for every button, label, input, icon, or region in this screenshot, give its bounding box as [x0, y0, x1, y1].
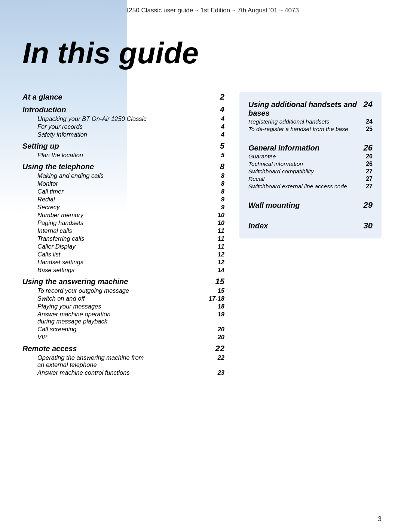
toc-sub-call-timer: Call timer 8 [22, 188, 224, 195]
toc-sub-call-screening-page: 20 [209, 326, 224, 333]
toc-sub-monitor: Monitor 8 [22, 180, 224, 187]
toc-right-switchboard-access-label: Switchboard external line access code [248, 183, 361, 190]
toc-sub-paging-handsets-label: Paging handsets [37, 219, 209, 227]
toc-sub-operating-answering-label: Operating the answering machine froman e… [37, 354, 209, 368]
toc-using-telephone-header: Using the telephone 8 [22, 162, 224, 171]
toc-sub-secrecy-label: Secrecy [37, 204, 209, 211]
toc-sub-record-outgoing-label: To record your outgoing message [37, 287, 209, 294]
toc-using-telephone-label: Using the telephone [22, 162, 209, 171]
toc-right-additional-handsets-header: Using additional handsets and bases 24 [248, 100, 373, 118]
toc-sub-secrecy-page: 9 [209, 204, 224, 211]
toc-sub-safety: Safety information 4 [22, 131, 224, 138]
toc-sub-calls-list: Calls list 12 [22, 251, 224, 258]
toc-sub-redial-page: 9 [209, 196, 224, 203]
toc-answering-machine-label: Using the answering machine [22, 277, 209, 286]
toc-right-switchboard-access-page: 27 [361, 183, 373, 190]
toc-right-recall-page: 27 [361, 176, 373, 182]
toc-sub-vip-page: 20 [209, 334, 224, 341]
toc-sub-playing-messages-label: Playing your messages [37, 303, 209, 310]
toc-sub-monitor-label: Monitor [37, 180, 209, 187]
toc-right-recall: Recall 27 [248, 176, 373, 182]
toc-sub-switch-on-off-page: 17-18 [209, 295, 224, 302]
toc-sub-answer-machine-op: Answer machine operationduring message p… [22, 311, 224, 325]
toc-sub-number-memory: Number memory 10 [22, 212, 224, 219]
toc-answering-machine-header: Using the answering machine 15 [22, 277, 224, 286]
toc-introduction-page: 4 [209, 105, 224, 115]
toc-sub-operating-answering: Operating the answering machine froman e… [22, 354, 224, 368]
toc-sub-call-timer-page: 8 [209, 188, 224, 195]
toc-sub-record-outgoing-page: 15 [209, 287, 224, 294]
toc-sub-caller-display: Caller Display 11 [22, 243, 224, 250]
page-title: In this guide [22, 18, 382, 88]
toc-sub-secrecy: Secrecy 9 [22, 204, 224, 211]
toc-right-wall-mounting-header: Wall mounting 29 [248, 195, 373, 210]
toc-right-switchboard-access: Switchboard external line access code 27 [248, 183, 373, 190]
toc-right-deregister-label: To de-register a handset from the base [248, 126, 361, 133]
toc-sub-caller-display-page: 11 [209, 243, 224, 250]
toc-at-a-glance: At a glance 2 [22, 92, 224, 102]
toc-container: At a glance 2 Introduction 4 Unpacking y… [22, 92, 382, 377]
toc-sub-caller-display-label: Caller Display [37, 243, 209, 250]
toc-sub-records: For your records 4 [22, 123, 224, 130]
toc-sub-unpacking: Unpacking your BT On-Air 1250 Classic 4 [22, 115, 224, 122]
toc-sub-unpacking-label: Unpacking your BT On-Air 1250 Classic [37, 115, 209, 122]
toc-sub-control-functions-label: Answer machine control functions [37, 369, 209, 376]
toc-sub-internal-calls-label: Internal calls [37, 227, 209, 234]
toc-sub-control-functions-page: 23 [209, 369, 224, 376]
toc-left: At a glance 2 Introduction 4 Unpacking y… [22, 92, 224, 377]
toc-remote-access-page: 22 [209, 344, 224, 353]
toc-sub-safety-label: Safety information [37, 131, 209, 138]
toc-at-a-glance-page: 2 [209, 92, 224, 102]
toc-setting-up-label: Setting up [22, 142, 209, 151]
toc-sub-base-settings: Base settings 14 [22, 267, 224, 274]
toc-sub-unpacking-page: 4 [209, 115, 224, 122]
toc-sub-making-calls: Making and ending calls 8 [22, 172, 224, 179]
toc-sub-handset-settings-page: 12 [209, 259, 224, 266]
toc-sub-paging-handsets-page: 10 [209, 219, 224, 227]
toc-right-deregister: To de-register a handset from the base 2… [248, 126, 373, 133]
toc-right-recall-label: Recall [248, 176, 361, 182]
toc-sub-redial: Redial 9 [22, 196, 224, 203]
toc-sub-call-screening: Call screening 20 [22, 326, 224, 333]
toc-at-a-glance-label: At a glance [22, 93, 209, 101]
toc-right-registering-label: Registering additional handsets [248, 118, 361, 125]
toc-sub-base-settings-page: 14 [209, 267, 224, 274]
toc-sub-number-memory-label: Number memory [37, 212, 209, 219]
toc-sub-redial-label: Redial [37, 196, 209, 203]
toc-sub-playing-messages: Playing your messages 18 [22, 303, 224, 310]
header-text: On-Air 1250 Classic user guide ~ 1st Edi… [105, 7, 299, 14]
toc-sub-records-label: For your records [37, 123, 209, 130]
toc-introduction-header: Introduction 4 [22, 105, 224, 115]
toc-right-index-label: Index [248, 222, 358, 230]
toc-answering-machine-page: 15 [209, 277, 224, 286]
toc-sub-answer-machine-op-page: 19 [209, 311, 224, 318]
toc-sub-record-outgoing: To record your outgoing message 15 [22, 287, 224, 294]
toc-right-registering: Registering additional handsets 24 [248, 118, 373, 125]
toc-right-guarantee-page: 26 [361, 153, 373, 160]
toc-sub-transferring-calls-label: Transferring calls [37, 235, 209, 242]
toc-right-general-info-header: General information 26 [248, 138, 373, 153]
toc-sub-transferring-calls: Transferring calls 11 [22, 235, 224, 242]
toc-sub-handset-settings: Handset settings 12 [22, 259, 224, 266]
toc-sub-vip-label: VIP [37, 334, 209, 341]
toc-remote-access-label: Remote access [22, 344, 209, 353]
toc-right-additional-handsets-page: 24 [358, 100, 373, 109]
toc-right-index-header: Index 30 [248, 216, 373, 231]
toc-sub-internal-calls: Internal calls 11 [22, 227, 224, 234]
page-number: 3 [378, 515, 382, 523]
toc-right-registering-page: 24 [361, 118, 373, 125]
toc-sub-safety-page: 4 [209, 131, 224, 138]
toc-sub-making-calls-page: 8 [209, 172, 224, 179]
toc-sub-records-page: 4 [209, 123, 224, 130]
toc-sub-handset-settings-label: Handset settings [37, 259, 209, 266]
toc-sub-internal-calls-page: 11 [209, 227, 224, 234]
toc-right-general-info-page: 26 [358, 143, 373, 153]
toc-using-telephone-page: 8 [209, 162, 224, 171]
toc-sub-playing-messages-page: 18 [209, 303, 224, 310]
toc-right-technical-info-label: Technical information [248, 161, 361, 167]
toc-right-additional-handsets-label: Using additional handsets and bases [248, 100, 358, 118]
toc-sub-plan-location: Plan the location 5 [22, 152, 224, 159]
toc-sub-calls-list-label: Calls list [37, 251, 209, 258]
toc-right-technical-info-page: 26 [361, 161, 373, 167]
toc-sub-calls-list-page: 12 [209, 251, 224, 258]
